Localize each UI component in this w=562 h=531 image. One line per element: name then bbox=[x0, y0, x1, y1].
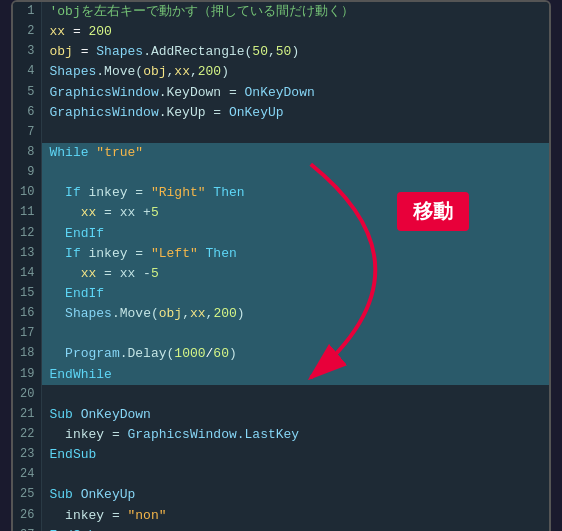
line-code bbox=[41, 123, 549, 143]
line-code: xx = xx +5 bbox=[41, 203, 549, 223]
line-code: Sub OnKeyDown bbox=[41, 405, 549, 425]
line-code: inkey = GraphicsWindow.LastKey bbox=[41, 425, 549, 445]
line-code: If inkey = "Right" Then bbox=[41, 183, 549, 203]
line-code: Shapes.Move(obj,xx,200) bbox=[41, 304, 549, 324]
line-code: GraphicsWindow.KeyDown = OnKeyDown bbox=[41, 83, 549, 103]
line-code: EndSub bbox=[41, 445, 549, 465]
line-code: 'objを左右キーで動かす（押している間だけ動く） bbox=[41, 2, 549, 22]
line-number: 2 bbox=[13, 22, 41, 42]
line-number: 19 bbox=[13, 365, 41, 385]
line-code bbox=[41, 163, 549, 183]
line-code: While "true" bbox=[41, 143, 549, 163]
line-number: 3 bbox=[13, 42, 41, 62]
line-number: 21 bbox=[13, 405, 41, 425]
line-number: 6 bbox=[13, 103, 41, 123]
line-number: 22 bbox=[13, 425, 41, 445]
line-code bbox=[41, 385, 549, 405]
line-code: EndIf bbox=[41, 224, 549, 244]
line-number: 20 bbox=[13, 385, 41, 405]
line-code: obj = Shapes.AddRectangle(50,50) bbox=[41, 42, 549, 62]
line-number: 23 bbox=[13, 445, 41, 465]
line-number: 17 bbox=[13, 324, 41, 344]
line-number: 1 bbox=[13, 2, 41, 22]
line-code bbox=[41, 324, 549, 344]
line-number: 5 bbox=[13, 83, 41, 103]
line-number: 15 bbox=[13, 284, 41, 304]
line-number: 27 bbox=[13, 526, 41, 531]
line-code bbox=[41, 465, 549, 485]
line-number: 13 bbox=[13, 244, 41, 264]
line-code: xx = 200 bbox=[41, 22, 549, 42]
line-number: 10 bbox=[13, 183, 41, 203]
line-number: 16 bbox=[13, 304, 41, 324]
line-code: xx = xx -5 bbox=[41, 264, 549, 284]
line-code: Program.Delay(1000/60) bbox=[41, 344, 549, 364]
line-code: inkey = "non" bbox=[41, 506, 549, 526]
code-table: 1'objを左右キーで動かす（押している間だけ動く）2xx = 2003obj … bbox=[13, 2, 549, 531]
line-number: 14 bbox=[13, 264, 41, 284]
code-area: 1'objを左右キーで動かす（押している間だけ動く）2xx = 2003obj … bbox=[13, 2, 549, 531]
line-code: EndSub bbox=[41, 526, 549, 531]
line-number: 4 bbox=[13, 62, 41, 82]
line-number: 8 bbox=[13, 143, 41, 163]
line-number: 25 bbox=[13, 485, 41, 505]
code-window: 1'objを左右キーで動かす（押している間だけ動く）2xx = 2003obj … bbox=[11, 0, 551, 531]
line-number: 7 bbox=[13, 123, 41, 143]
line-code: Shapes.Move(obj,xx,200) bbox=[41, 62, 549, 82]
line-number: 26 bbox=[13, 506, 41, 526]
line-number: 12 bbox=[13, 224, 41, 244]
line-number: 11 bbox=[13, 203, 41, 223]
line-code: GraphicsWindow.KeyUp = OnKeyUp bbox=[41, 103, 549, 123]
line-code: EndIf bbox=[41, 284, 549, 304]
line-number: 18 bbox=[13, 344, 41, 364]
line-code: Sub OnKeyUp bbox=[41, 485, 549, 505]
line-code: If inkey = "Left" Then bbox=[41, 244, 549, 264]
line-number: 24 bbox=[13, 465, 41, 485]
line-number: 9 bbox=[13, 163, 41, 183]
line-code: EndWhile bbox=[41, 365, 549, 385]
